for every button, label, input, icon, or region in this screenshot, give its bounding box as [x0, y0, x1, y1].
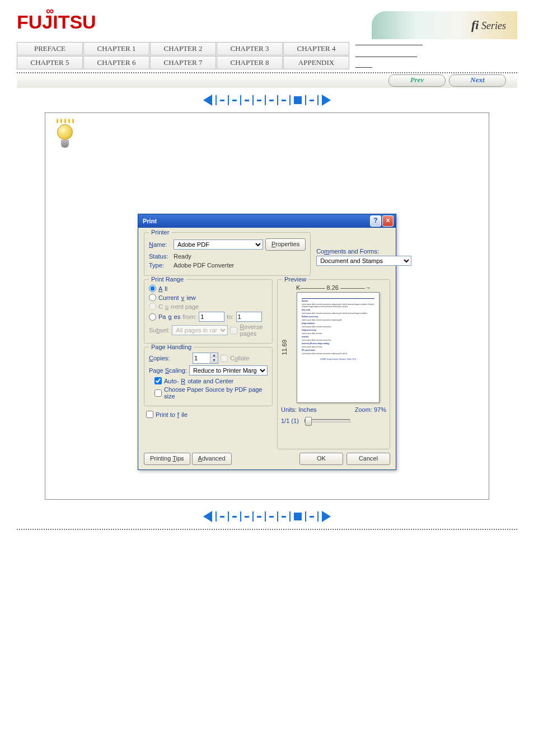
preview-height: 11.69	[281, 340, 288, 355]
preview-width: K———— 8.26 ————→	[281, 284, 386, 291]
logo-infinity-icon: ∞	[46, 6, 56, 16]
decorative-line	[355, 57, 417, 57]
tab-chapter-6[interactable]: CHAPTER 6	[83, 56, 149, 69]
pager-prev-icon[interactable]	[203, 95, 212, 106]
preview-fieldset: Preview K———— 8.26 ————→ 11.69 Gamma Lor…	[277, 279, 390, 449]
range-pages-radio[interactable]	[149, 313, 156, 321]
cancel-button[interactable]: Cancel	[346, 453, 390, 465]
print-range-fieldset: Print Range All Current view Current pag…	[144, 279, 273, 344]
pager-current	[294, 96, 302, 104]
next-button[interactable]: Next	[449, 74, 506, 87]
preview-slider[interactable]	[305, 419, 350, 422]
fujitsu-logo: ∞ FUJITSU	[17, 11, 96, 33]
printer-fieldset: Printer Name: Adobe PDF Properties Statu…	[144, 232, 311, 276]
type-value: Adobe PDF Converter	[174, 262, 234, 269]
prev-next-bar: Prev Next	[17, 73, 517, 88]
properties-button[interactable]: Properties	[265, 238, 306, 251]
printer-legend: Printer	[149, 229, 171, 236]
copies-spinner[interactable]: ▲▼	[193, 353, 218, 364]
type-label: Type:	[149, 262, 171, 269]
name-label: Name:	[149, 241, 171, 248]
tab-chapter-7[interactable]: CHAPTER 7	[150, 56, 216, 69]
advanced-button[interactable]: Advanced	[192, 453, 232, 465]
printer-name-select[interactable]: Adobe PDF	[174, 240, 263, 250]
range-to-input[interactable]	[236, 312, 262, 322]
fi-series-badge: fi Series	[372, 11, 517, 39]
tab-chapter-3[interactable]: CHAPTER 3	[217, 42, 283, 55]
range-current-view-radio[interactable]	[149, 294, 156, 301]
pager-prev-icon[interactable]	[203, 511, 212, 522]
comments-select[interactable]: Document and Stamps	[316, 256, 411, 266]
status-value: Ready	[174, 253, 191, 260]
tab-chapter-2[interactable]: CHAPTER 2	[150, 42, 216, 55]
dialog-title: Print	[143, 218, 157, 224]
tab-appendix[interactable]: APPENDIX	[283, 56, 349, 69]
comments-label: Comments and Forms:	[316, 248, 411, 255]
prev-button[interactable]: Prev	[388, 74, 446, 87]
dialog-titlebar[interactable]: Print ? ×	[138, 214, 396, 228]
handling-legend: Page Handling	[149, 344, 194, 350]
page-indicator: 1/1 (1)	[281, 417, 299, 424]
dotted-separator	[17, 529, 517, 530]
preview-legend: Preview	[282, 276, 308, 283]
units-value: Inches	[298, 406, 316, 413]
pager-next-icon[interactable]	[322, 95, 331, 106]
range-from-input[interactable]	[199, 312, 224, 322]
content-frame: Print ? × Printer Name: Adobe PDF Proper…	[45, 112, 489, 500]
range-current-page-radio	[149, 303, 156, 310]
collate-check	[221, 355, 228, 362]
choose-source-check[interactable]	[154, 389, 162, 397]
tab-chapter-4[interactable]: CHAPTER 4	[283, 42, 349, 55]
decorative-line	[355, 67, 372, 68]
page-stepper-bottom	[0, 511, 534, 522]
help-button[interactable]: ?	[370, 215, 381, 227]
decorative-line	[355, 45, 423, 45]
preview-page-thumb: Gamma Lorem ipsum dolor sit amet consect…	[297, 292, 380, 403]
tab-chapter-8[interactable]: CHAPTER 8	[217, 56, 283, 69]
tab-preface[interactable]: PREFACE	[17, 42, 83, 55]
print-dialog: Print ? × Printer Name: Adobe PDF Proper…	[138, 214, 396, 470]
reverse-pages-check	[230, 327, 237, 334]
status-label: Status:	[149, 253, 171, 260]
tab-chapter-5[interactable]: CHAPTER 5	[17, 56, 83, 69]
close-button[interactable]: ×	[382, 215, 394, 227]
tab-chapter-1[interactable]: CHAPTER 1	[83, 42, 149, 55]
range-all-radio[interactable]	[149, 285, 156, 292]
ok-button[interactable]: OK	[299, 453, 343, 465]
pager-current	[294, 513, 302, 520]
page-handling-fieldset: Page Handling Copies: ▲▼ Collate Page Sc…	[144, 347, 273, 406]
range-legend: Print Range	[149, 276, 186, 283]
subset-select: All pages in range	[172, 325, 228, 335]
print-to-file-check[interactable]	[146, 411, 153, 418]
autorotate-check[interactable]	[154, 377, 162, 384]
zoom-value: 97%	[374, 406, 386, 413]
printing-tips-button[interactable]: Printing Tips	[144, 453, 190, 465]
page-scaling-select[interactable]: Reduce to Printer Margins	[189, 365, 268, 375]
lightbulb-hint-icon	[51, 119, 79, 152]
page-stepper-top	[0, 95, 534, 106]
pager-next-icon[interactable]	[322, 511, 331, 522]
